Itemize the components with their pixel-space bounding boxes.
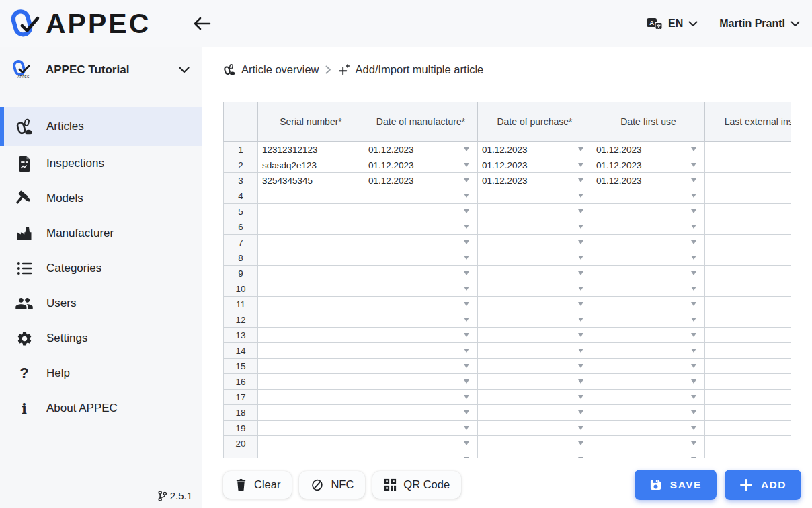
table-cell[interactable] [478,312,592,328]
dropdown-arrow-icon[interactable] [464,209,469,213]
table-cell[interactable] [705,157,792,173]
dropdown-arrow-icon[interactable] [691,349,696,353]
table-cell[interactable] [592,328,705,343]
table-cell[interactable] [478,219,592,235]
table-cell[interactable] [478,328,592,343]
table-cell[interactable] [478,451,592,458]
dropdown-arrow-icon[interactable] [578,178,583,182]
table-cell[interactable] [705,266,792,281]
table-cell[interactable] [705,436,792,451]
table-cell[interactable] [592,312,705,328]
workspace-selector[interactable]: APPEC APPEC Tutorial [0,47,202,89]
table-cell[interactable] [258,250,364,266]
dropdown-arrow-icon[interactable] [691,256,696,260]
table-cell[interactable] [258,281,364,297]
table-cell[interactable] [258,421,364,436]
dropdown-arrow-icon[interactable] [691,225,696,229]
dropdown-arrow-icon[interactable] [691,194,696,198]
table-cell[interactable] [258,359,364,374]
table-cell[interactable] [258,312,364,328]
app-logo[interactable]: APPEC [7,7,151,40]
sidebar-item-models[interactable]: Models [0,181,202,216]
dropdown-arrow-icon[interactable] [691,364,696,368]
table-cell[interactable]: 12312312123 [258,142,364,157]
table-cell[interactable] [592,421,705,436]
table-cell[interactable] [705,297,792,312]
dropdown-arrow-icon[interactable] [691,395,696,399]
table-cell[interactable] [592,343,705,359]
table-cell[interactable] [258,390,364,405]
table-cell[interactable] [592,281,705,297]
table-cell[interactable] [592,250,705,266]
table-cell[interactable] [258,436,364,451]
table-cell[interactable] [705,390,792,405]
table-cell[interactable] [364,343,478,359]
dropdown-arrow-icon[interactable] [691,333,696,337]
language-selector[interactable]: A EN [647,17,698,30]
table-cell[interactable] [364,359,478,374]
table-cell[interactable] [705,219,792,235]
table-cell[interactable] [592,374,705,390]
table-cell[interactable] [364,297,478,312]
table-cell[interactable] [705,235,792,250]
table-cell[interactable] [364,328,478,343]
dropdown-arrow-icon[interactable] [578,364,583,368]
table-cell[interactable] [478,359,592,374]
dropdown-arrow-icon[interactable] [464,333,469,337]
sidebar-item-users[interactable]: Users [0,286,202,321]
dropdown-arrow-icon[interactable] [464,271,469,275]
dropdown-arrow-icon[interactable] [691,287,696,291]
qr-code-button[interactable]: QR Code [372,471,461,499]
dropdown-arrow-icon[interactable] [578,147,583,151]
dropdown-arrow-icon[interactable] [578,349,583,353]
table-cell[interactable] [592,297,705,312]
dropdown-arrow-icon[interactable] [464,178,469,182]
breadcrumb-article-overview[interactable]: Article overview [223,63,319,76]
dropdown-arrow-icon[interactable] [691,379,696,384]
dropdown-arrow-icon[interactable] [578,457,583,458]
dropdown-arrow-icon[interactable] [578,318,583,322]
table-cell[interactable]: sdasdq2e123 [258,157,364,173]
dropdown-arrow-icon[interactable] [464,318,469,322]
dropdown-arrow-icon[interactable] [464,364,469,368]
dropdown-arrow-icon[interactable] [464,225,469,229]
dropdown-arrow-icon[interactable] [464,410,469,414]
table-cell[interactable] [478,204,592,219]
table-cell[interactable]: 01.12.2023 [592,142,705,157]
table-cell[interactable]: 01.12.2023 [364,142,478,157]
table-cell[interactable] [478,188,592,204]
dropdown-arrow-icon[interactable] [464,441,469,445]
dropdown-arrow-icon[interactable] [578,441,583,445]
dropdown-arrow-icon[interactable] [464,426,469,430]
back-button[interactable] [192,15,211,32]
sidebar-item-manufacturer[interactable]: Manufacturer [0,216,202,251]
table-cell[interactable] [592,436,705,451]
table-cell[interactable] [478,343,592,359]
table-cell[interactable] [364,281,478,297]
table-cell[interactable] [478,374,592,390]
table-cell[interactable] [258,451,364,458]
table-cell[interactable] [705,328,792,343]
table-cell[interactable] [478,297,592,312]
table-cell[interactable] [478,235,592,250]
nfc-button[interactable]: NFC [299,471,365,499]
table-cell[interactable] [705,421,792,436]
table-cell[interactable] [478,390,592,405]
table-cell[interactable] [364,188,478,204]
add-button[interactable]: ADD [725,470,801,500]
table-cell[interactable] [478,281,592,297]
table-cell[interactable] [478,405,592,421]
table-cell[interactable] [364,312,478,328]
table-cell[interactable] [705,343,792,359]
dropdown-arrow-icon[interactable] [578,271,583,275]
dropdown-arrow-icon[interactable] [578,395,583,399]
table-cell[interactable] [478,250,592,266]
dropdown-arrow-icon[interactable] [464,349,469,353]
table-cell[interactable] [705,142,792,157]
table-cell[interactable] [478,266,592,281]
dropdown-arrow-icon[interactable] [578,333,583,337]
table-cell[interactable] [364,421,478,436]
dropdown-arrow-icon[interactable] [578,410,583,414]
table-cell[interactable] [705,250,792,266]
table-cell[interactable] [364,219,478,235]
